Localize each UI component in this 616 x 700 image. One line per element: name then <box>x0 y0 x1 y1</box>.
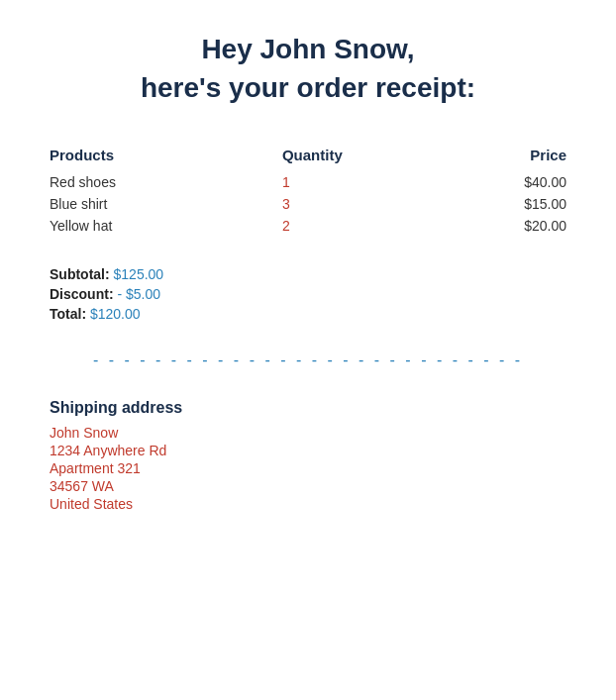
discount-row: Discount: - $5.00 <box>50 286 566 302</box>
table-row: Red shoes 1 $40.00 <box>50 171 566 193</box>
subtotal-value: $125.00 <box>114 266 164 282</box>
shipping-address1: 1234 Anywhere Rd <box>50 443 566 458</box>
product-name: Red shoes <box>50 171 282 193</box>
section-divider: - - - - - - - - - - - - - - - - - - - - … <box>50 351 566 369</box>
product-price: $40.00 <box>437 171 566 193</box>
column-header-quantity: Quantity <box>282 147 438 171</box>
product-name: Yellow hat <box>50 215 282 237</box>
product-name: Blue shirt <box>50 193 282 215</box>
column-header-product: Products <box>50 147 282 171</box>
table-row: Yellow hat 2 $20.00 <box>50 215 566 237</box>
receipt-header: Hey John Snow, here's your order receipt… <box>50 30 566 107</box>
header-title: Hey John Snow, here's your order receipt… <box>50 30 566 107</box>
column-header-price: Price <box>437 147 566 171</box>
discount-label: Discount: <box>50 286 114 302</box>
product-price: $15.00 <box>437 193 566 215</box>
total-label: Total: <box>50 306 86 322</box>
total-row: Total: $120.00 <box>50 306 566 322</box>
table-row: Blue shirt 3 $15.00 <box>50 193 566 215</box>
shipping-name: John Snow <box>50 425 566 441</box>
product-quantity: 2 <box>282 215 438 237</box>
products-section: Products Quantity Price Red shoes 1 $40.… <box>50 147 566 237</box>
product-price: $20.00 <box>437 215 566 237</box>
subtotal-label: Subtotal: <box>50 266 110 282</box>
total-value: $120.00 <box>90 306 141 322</box>
shipping-section: Shipping address John Snow 1234 Anywhere… <box>50 399 566 512</box>
totals-section: Subtotal: $125.00 Discount: - $5.00 Tota… <box>50 266 566 322</box>
shipping-heading: Shipping address <box>50 399 566 417</box>
products-table: Products Quantity Price Red shoes 1 $40.… <box>50 147 566 237</box>
subtotal-row: Subtotal: $125.00 <box>50 266 566 282</box>
shipping-address2: Apartment 321 <box>50 460 566 476</box>
discount-value: - $5.00 <box>117 286 160 302</box>
table-header-row: Products Quantity Price <box>50 147 566 171</box>
product-quantity: 3 <box>282 193 438 215</box>
shipping-city-state: 34567 WA <box>50 478 566 494</box>
product-quantity: 1 <box>282 171 438 193</box>
shipping-country: United States <box>50 496 566 512</box>
